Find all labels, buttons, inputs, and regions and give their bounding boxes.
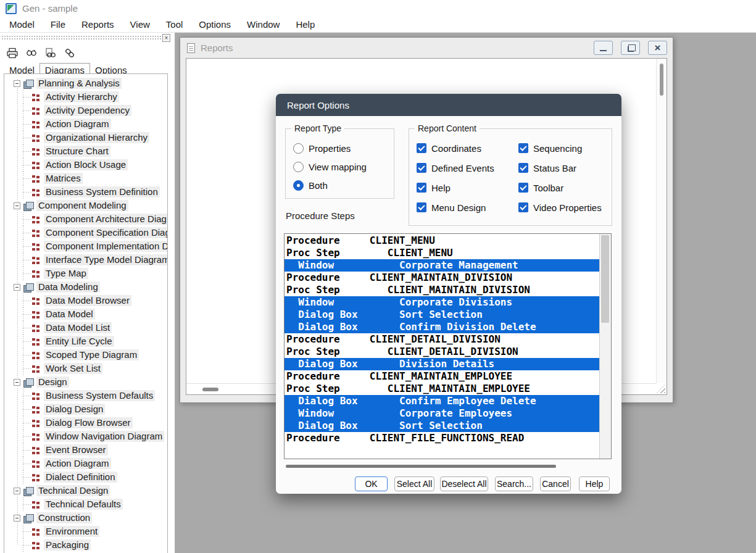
collapse-icon[interactable] (14, 80, 20, 87)
tree-item[interactable]: Component Implementation D (4, 239, 167, 253)
collapse-icon[interactable] (14, 488, 20, 494)
list-row-selected[interactable]: Dialog Box Confirm Division Delete (285, 321, 599, 333)
cancel-button[interactable]: Cancel (540, 476, 571, 491)
menu-reports[interactable]: Reports (73, 19, 122, 30)
list-row[interactable]: Procedure CLIENT_FILE_FUNCTIONS_READ (285, 432, 599, 444)
tree-item[interactable]: Action Block Usage (4, 158, 167, 172)
find-icon[interactable] (23, 46, 39, 60)
minimize-button[interactable] (594, 41, 613, 55)
checkbox-video-properties[interactable]: Video Properties (518, 202, 602, 213)
resize-grip[interactable] (657, 385, 665, 393)
tree-item[interactable]: Business System Defaults (4, 389, 167, 402)
tree-item[interactable]: Component Specification Diag (4, 226, 167, 239)
tree-item[interactable]: Type Map (4, 267, 167, 280)
list-row[interactable]: Proc Step CLIENT_MAINTAIN_EMPLOYEE (285, 383, 599, 395)
list-vertical-scrollbar[interactable] (599, 234, 611, 459)
checkbox-help[interactable]: Help (417, 182, 451, 193)
tree-item[interactable]: Environment (4, 525, 167, 538)
radio-view-mapping[interactable]: View mapping (293, 161, 367, 172)
radio-properties[interactable]: Properties (293, 143, 351, 154)
list-row-selected[interactable]: Dialog Box Sort Selection (285, 420, 599, 432)
help-button[interactable]: Help (579, 476, 610, 491)
tree-item[interactable]: Structure Chart (4, 144, 167, 158)
menu-window[interactable]: Window (239, 19, 288, 30)
select-all-button[interactable]: Select All (394, 476, 434, 491)
list-row-selected[interactable]: Window Corporate Management (285, 259, 599, 272)
tree-item[interactable]: Action Diagram (4, 457, 167, 470)
tree-item[interactable]: Packaging (4, 538, 167, 552)
checkbox-menu-design[interactable]: Menu Design (417, 202, 486, 213)
checkbox-status-bar[interactable]: Status Bar (518, 162, 576, 173)
tree-item[interactable]: Technical Defaults (4, 497, 167, 511)
tree-item[interactable]: Activity Hierarchy (4, 90, 167, 104)
list-row-selected[interactable]: Dialog Box Sort Selection (285, 309, 599, 321)
list-row[interactable]: Procedure CLIENT_MENU (285, 235, 599, 247)
tree-item[interactable]: Action Diagram (4, 117, 167, 131)
horizontal-scrollbar-thumb[interactable] (202, 388, 218, 391)
menu-view[interactable]: View (122, 19, 158, 30)
menu-tool[interactable]: Tool (158, 19, 191, 30)
close-button[interactable]: × (648, 41, 667, 55)
vertical-scrollbar[interactable] (656, 59, 667, 383)
tree-item[interactable]: Business System Definition (4, 185, 167, 199)
tree-item[interactable]: Event Browser (4, 443, 167, 457)
collapse-icon[interactable] (14, 515, 20, 522)
dialog-titlebar[interactable]: Report Options (276, 94, 621, 116)
list-horizontal-scrollbar-thumb[interactable] (286, 465, 556, 468)
vertical-scrollbar-thumb[interactable] (660, 64, 663, 96)
list-row-selected[interactable]: Dialog Box Division Details (285, 358, 599, 370)
tree-item[interactable]: Interface Type Model Diagram (4, 253, 167, 267)
link-icon[interactable] (62, 46, 77, 60)
tree-item[interactable]: Dialog Design (4, 402, 167, 416)
tree-item[interactable]: Entity Life Cycle (4, 335, 167, 348)
procedure-steps-list[interactable]: Procedure CLIENT_MENU Proc Step CLIENT_M… (284, 233, 612, 459)
menu-model[interactable]: Model (1, 19, 43, 30)
radio-both[interactable]: Both (293, 180, 328, 191)
tree-item[interactable]: Organizational Hierarchy (4, 131, 167, 144)
menu-help[interactable]: Help (288, 19, 323, 30)
tree-item[interactable]: Data Modeling (4, 280, 167, 294)
reports-titlebar[interactable]: Reports × (180, 38, 673, 58)
list-row-selected[interactable]: Window Corporate Divisions (285, 296, 599, 309)
collapse-icon[interactable] (14, 379, 20, 386)
menu-file[interactable]: File (43, 19, 73, 30)
tree-item[interactable]: Scoped Type Diagram (4, 348, 167, 362)
toolbar-close-button[interactable]: × (162, 34, 170, 42)
tree-item[interactable]: Technical Design (4, 484, 167, 497)
find-next-icon[interactable] (43, 46, 58, 60)
tree-item[interactable]: Data Model List (4, 321, 167, 335)
tree-item[interactable]: Component Modeling (4, 199, 167, 212)
search-button[interactable]: Search... (495, 476, 533, 491)
list-row[interactable]: Procedure CLIENT_MAINTAIN_EMPLOYEE (285, 370, 599, 383)
checkbox-toolbar[interactable]: Toolbar (518, 182, 563, 193)
checkbox-sequencing[interactable]: Sequencing (518, 143, 582, 154)
tree-item[interactable]: Data Model (4, 307, 167, 321)
tree-item[interactable]: Work Set List (4, 362, 167, 375)
list-horizontal-scrollbar[interactable] (284, 463, 612, 470)
checkbox-defined-events[interactable]: Defined Events (417, 162, 494, 173)
tree-item[interactable]: Dialog Flow Browser (4, 416, 167, 430)
list-vertical-scrollbar-thumb[interactable] (601, 235, 609, 323)
tree-item[interactable]: Data Model Browser (4, 294, 167, 307)
ok-button[interactable]: OK (355, 476, 388, 491)
tree-item[interactable]: Dialect Definition (4, 470, 167, 484)
tree-item[interactable]: Activity Dependency (4, 104, 167, 117)
list-row[interactable]: Proc Step CLIENT_MENU (285, 247, 599, 259)
tree-item[interactable]: Design (4, 375, 167, 389)
list-row-selected[interactable]: Dialog Box Confirm Employee Delete (285, 395, 599, 407)
tree-item[interactable]: Component Architecture Diag (4, 212, 167, 226)
print-icon[interactable] (4, 46, 20, 60)
list-row-selected[interactable]: Window Corporate Employees (285, 407, 599, 420)
maximize-button[interactable] (621, 41, 640, 55)
menu-options[interactable]: Options (191, 19, 239, 30)
toolbar-gripper[interactable]: × (2, 36, 168, 41)
list-row[interactable]: Procedure CLIENT_DETAIL_DIVISION (285, 333, 599, 346)
checkbox-coordinates[interactable]: Coordinates (417, 143, 481, 154)
tree-item[interactable]: Matrices (4, 172, 167, 185)
tree-item[interactable]: Planning & Analysis (4, 77, 167, 90)
collapse-icon[interactable] (14, 202, 20, 209)
tree-item[interactable]: Window Navigation Diagram (4, 430, 167, 443)
collapse-icon[interactable] (14, 284, 20, 291)
list-row[interactable]: Procedure CLIENT_MAINTAIN_DIVISION (285, 272, 599, 284)
list-row[interactable]: Proc Step CLIENT_MAINTAIN_DIVISION (285, 284, 599, 296)
